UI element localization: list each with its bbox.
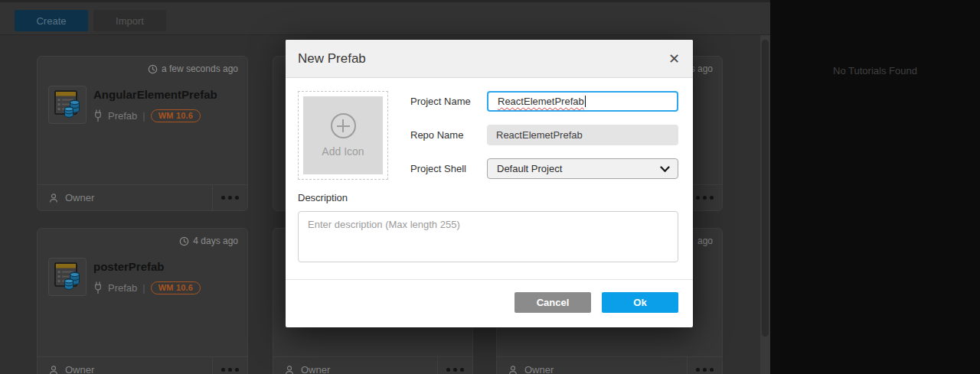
- card-timestamp: a few seconds ago: [148, 63, 238, 74]
- card-title: AngularElementPrefab: [93, 88, 217, 101]
- description-textarea[interactable]: Enter description (Max length 255): [298, 211, 678, 262]
- prefab-card[interactable]: 4 days ago posterPrefab Prefab | WM 10.6…: [37, 228, 248, 374]
- owner-label: Owner: [497, 357, 688, 374]
- version-badge: WM 10.6: [151, 109, 201, 122]
- project-name-label: Project Name: [410, 96, 487, 107]
- card-title: posterPrefab: [93, 260, 201, 273]
- create-button[interactable]: Create: [15, 10, 88, 31]
- owner-label: Owner: [38, 185, 213, 210]
- timestamp-text: s ago: [691, 63, 713, 74]
- no-tutorials-message: No Tutorials Found: [770, 65, 980, 76]
- text-caret: [585, 96, 586, 107]
- dialog-header: New Prefab ✕: [286, 40, 693, 78]
- card-timestamp: 4 days ago: [179, 236, 238, 246]
- repo-name-value: ReactElemetPrefab: [496, 129, 583, 141]
- description-label: Description: [298, 192, 678, 203]
- person-icon: [48, 193, 59, 203]
- repo-name-input: ReactElemetPrefab: [487, 125, 678, 145]
- card-type-label: Prefab: [108, 110, 137, 122]
- repo-name-label: Repo Name: [410, 129, 487, 141]
- clock-icon: [179, 236, 189, 246]
- person-icon: [48, 365, 59, 374]
- clock-icon: [148, 64, 158, 74]
- cancel-button[interactable]: Cancel: [514, 292, 591, 313]
- add-icon-label: Add Icon: [322, 145, 364, 158]
- project-name-input[interactable]: ReactElemetPrefab: [487, 91, 678, 112]
- add-icon-dropzone[interactable]: Add Icon: [298, 91, 388, 180]
- scrollbar-thumb[interactable]: [762, 40, 769, 337]
- chevron-down-icon: [660, 166, 670, 173]
- card-timestamp: ago: [697, 236, 713, 246]
- app-window: Create Import a few seconds ago AngularE…: [0, 0, 980, 374]
- ok-button[interactable]: Ok: [602, 292, 678, 313]
- owner-label: Owner: [273, 357, 438, 374]
- more-options-icon[interactable]: [213, 185, 247, 210]
- owner-label: Owner: [38, 357, 213, 374]
- close-icon[interactable]: ✕: [668, 52, 680, 66]
- project-shell-label: Project Shell: [410, 163, 487, 174]
- more-options-icon[interactable]: [213, 357, 247, 374]
- project-toolbar: Create Import: [0, 0, 770, 35]
- card-timestamp: s ago: [691, 63, 713, 74]
- prefab-card[interactable]: a few seconds ago AngularElementPrefab P…: [37, 56, 248, 211]
- timestamp-text: ago: [697, 236, 713, 246]
- description-placeholder: Enter description (Max length 255): [308, 219, 460, 230]
- import-button[interactable]: Import: [93, 10, 166, 31]
- person-icon: [284, 365, 295, 374]
- project-shell-select[interactable]: Default Project: [487, 158, 678, 179]
- prefab-app-icon: [48, 258, 87, 296]
- timestamp-text: a few seconds ago: [162, 63, 238, 74]
- timestamp-text: 4 days ago: [193, 236, 238, 246]
- prefab-app-icon: [48, 86, 87, 124]
- scrollbar-track[interactable]: [760, 35, 770, 374]
- person-icon: [508, 365, 518, 374]
- meta-divider: |: [142, 110, 145, 122]
- meta-divider: |: [142, 282, 145, 294]
- plug-icon: [93, 109, 103, 122]
- new-prefab-dialog: New Prefab ✕ Add Icon Project Name React…: [286, 40, 693, 327]
- dialog-title: New Prefab: [298, 51, 366, 67]
- card-type-label: Prefab: [108, 282, 137, 294]
- plus-circle-icon: [331, 113, 356, 138]
- plug-icon: [93, 281, 103, 294]
- tutorials-panel: No Tutorials Found: [770, 0, 980, 374]
- project-name-value: ReactElemetPrefab: [498, 96, 584, 107]
- version-badge: WM 10.6: [151, 281, 201, 294]
- more-options-icon[interactable]: [438, 357, 472, 374]
- more-options-icon[interactable]: [688, 357, 722, 374]
- project-shell-value: Default Project: [497, 163, 562, 174]
